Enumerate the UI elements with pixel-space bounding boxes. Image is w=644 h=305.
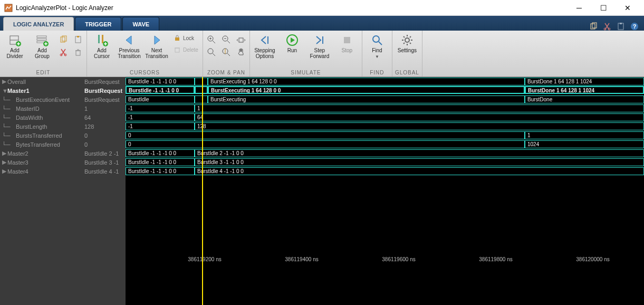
titlebar: LogicAnalyzerPlot - Logic Analyzer ─ ☐ ✕ [0, 0, 644, 16]
svg-text:?: ? [633, 23, 637, 30]
tab-wave[interactable]: WAVE [122, 17, 159, 31]
play-icon [286, 34, 299, 46]
signal-tree[interactable]: ▶Overall▼Master1└─BurstExecutionEvent└─M… [0, 77, 82, 305]
wave-segment: BurstIdle 4 -1 -1 0 0 [195, 167, 644, 175]
wave-row: -1128 [126, 122, 644, 131]
axis-tick: 386119200 ns [188, 256, 221, 262]
signal-tree-row[interactable]: ▶Master3 [0, 158, 82, 167]
add-cursor-button[interactable]: Add Cursor [89, 32, 114, 59]
signal-value: 128 [82, 122, 126, 131]
signal-tree-row[interactable]: ▼Master1 [0, 86, 82, 95]
signal-tree-row[interactable]: ▶Overall [0, 77, 82, 86]
wave-segment: BurstIdle -1 -1 -1 0 0 [126, 149, 195, 157]
signal-value: BurstRequest [82, 77, 126, 86]
signal-tree-row[interactable]: └─BurstExecutionEvent [0, 95, 82, 104]
arrow-left-icon [123, 34, 136, 46]
tab-trigger[interactable]: TRIGGER [75, 17, 121, 31]
signal-tree-row[interactable]: └─MasterID [0, 104, 82, 113]
wave-row: BurstIdle -1 -1 -1 0 0BurstExecuting 1 6… [126, 86, 644, 95]
signal-tree-row[interactable]: └─BurstLength [0, 122, 82, 131]
cut-icon[interactable] [603, 22, 611, 31]
signal-tree-row[interactable]: └─DataWidth [0, 113, 82, 122]
gear-icon [401, 34, 414, 46]
signal-tree-row[interactable]: └─BurstsTransferred [0, 131, 82, 140]
wave-segment: 1024 [525, 140, 644, 148]
wave-row: BurstIdle -1 -1 -1 0 0BurstIdle 2 -1 -1 … [126, 149, 644, 158]
step-forward-button[interactable]: Step Forward [307, 32, 332, 59]
signal-value: 0 [82, 131, 126, 140]
wave-segment: 0 [126, 131, 525, 139]
help-icon[interactable]: ? [630, 22, 639, 31]
find-button[interactable]: Find ▼ [364, 32, 390, 59]
ribbon-tabstrip: LOGIC ANALYZER TRIGGER WAVE ? [0, 16, 644, 31]
tab-logic-analyzer[interactable]: LOGIC ANALYZER [3, 17, 74, 31]
add-divider-button[interactable]: Add Divider [2, 32, 27, 59]
previous-transition-button[interactable]: Previous Transition [117, 32, 142, 59]
zoom-icon [207, 47, 216, 57]
wave-segment: BurstDone 1 64 128 1 1024 [525, 78, 644, 85]
close-button[interactable]: ✕ [616, 0, 640, 16]
zoom-in-time-button[interactable] [205, 34, 218, 45]
copy-icon[interactable] [589, 22, 598, 31]
pan-button[interactable] [235, 46, 247, 58]
signal-value: BurstIdle 3 -1 [82, 158, 126, 167]
zoom-out-icon [222, 35, 231, 44]
stop-icon [341, 34, 353, 46]
delete-button[interactable] [72, 46, 84, 58]
step-back-icon [258, 34, 271, 46]
zoom-cursor-button[interactable] [220, 46, 233, 58]
signal-tree-row[interactable]: └─BytesTransferred [0, 140, 82, 149]
paste-icon[interactable] [617, 22, 625, 31]
wave-row: 01024 [126, 140, 644, 149]
delete-cursor-button[interactable]: Delete [171, 44, 200, 55]
wave-segment: BurstIdle [126, 96, 195, 103]
zoom-region-button[interactable] [205, 46, 218, 58]
lock-button[interactable]: Lock [171, 33, 200, 43]
toolgroup-simulate: Stepping Options Run Step Forward Stop S… [250, 31, 362, 77]
wave-segment: BurstIdle 3 -1 -1 0 0 [195, 158, 644, 166]
wave-segment: BurstExecuting [208, 96, 525, 103]
axis-tick: 386120000 ns [576, 256, 609, 262]
svg-point-34 [373, 36, 379, 42]
svg-rect-21 [76, 51, 80, 55]
fit-to-view-button[interactable] [235, 34, 247, 45]
maximize-button[interactable]: ☐ [591, 0, 616, 16]
waveform-area[interactable]: BurstIdle -1 -1 -1 0 0BurstExecuting 1 6… [126, 77, 644, 305]
paste-button[interactable] [72, 34, 84, 45]
run-button[interactable]: Run [280, 32, 305, 53]
add-group-button[interactable]: Add Group [30, 32, 55, 59]
lock-icon [174, 34, 181, 42]
axis-tick: 386119400 ns [285, 256, 318, 262]
toolgroup-cursors: Add Cursor Previous Transition Next Tran… [87, 31, 203, 77]
wave-segment: BurstIdle -1 -1 -1 0 0 [126, 167, 195, 175]
cursor-line[interactable] [202, 77, 203, 305]
time-axis: 386119200 ns386119400 ns386119600 ns3861… [126, 256, 644, 265]
copy-button[interactable] [57, 34, 70, 45]
zoom-in-icon [207, 35, 216, 44]
wave-row: BurstIdle -1 -1 -1 0 0BurstIdle 4 -1 -1 … [126, 167, 644, 176]
stepping-options-button[interactable]: Stepping Options [252, 32, 277, 59]
svg-rect-22 [98, 35, 100, 43]
signal-values: BurstRequestBurstRequestBurstRequest1641… [82, 77, 126, 305]
toolgroup-label: ZOOM & PAN [203, 69, 249, 77]
minimize-button[interactable]: ─ [567, 0, 591, 16]
next-transition-button[interactable]: Next Transition [144, 32, 169, 59]
toolgroup-label: FIND [362, 69, 392, 77]
wave-segment: BurstExecuting 1 64 128 0 0 [208, 86, 525, 94]
signal-tree-row[interactable]: ▶Master2 [0, 149, 82, 158]
paste-icon [74, 35, 82, 44]
add-group-icon [36, 34, 49, 46]
settings-button[interactable]: Settings [395, 32, 420, 53]
cut-button[interactable] [57, 46, 70, 58]
add-divider-icon [8, 34, 21, 46]
toolgroup-label: EDIT [0, 69, 86, 77]
toolgroup-label: GLOBAL [392, 69, 422, 77]
signal-tree-row[interactable]: ▶Master4 [0, 167, 82, 176]
axis-tick: 386119600 ns [382, 256, 415, 262]
fit-icon [236, 35, 246, 44]
toolgroup-zoom-pan: ZOOM & PAN [203, 31, 250, 77]
stop-button[interactable]: Stop [334, 32, 360, 53]
add-cursor-icon [95, 34, 108, 46]
zoom-out-time-button[interactable] [220, 34, 233, 45]
wave-row: BurstIdle -1 -1 -1 0 0BurstIdle 3 -1 -1 … [126, 158, 644, 167]
